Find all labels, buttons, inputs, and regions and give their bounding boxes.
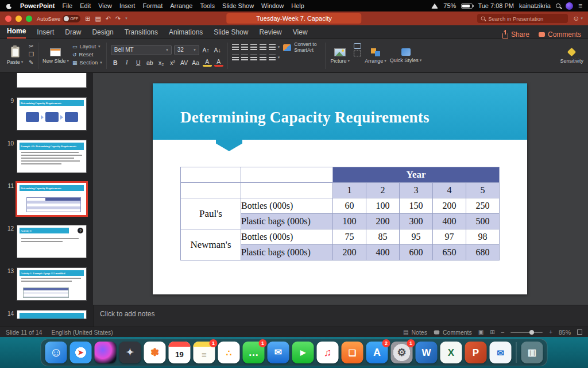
zoom-in-button[interactable]: +	[549, 329, 552, 335]
justify-icon[interactable]	[260, 55, 266, 60]
menu-window[interactable]: Window	[261, 2, 284, 9]
menu-insert[interactable]: Insert	[119, 2, 136, 9]
battery-icon[interactable]	[461, 3, 473, 9]
slide-8-thumbnail[interactable]	[17, 73, 87, 88]
font-name-select[interactable]: Bell MT ▾	[111, 45, 172, 55]
comments-toggle-button[interactable]: Comments	[434, 329, 472, 336]
notification-center-icon[interactable]: ≡	[578, 2, 582, 10]
tab-draw[interactable]: Draw	[65, 28, 81, 39]
slide-title[interactable]: Determining Capacity Requirements	[180, 109, 430, 126]
dock-books-icon[interactable]: ❏	[342, 342, 363, 363]
slide-10-thumbnail[interactable]: Example 4.1: Determining Capacity Requir…	[17, 140, 87, 173]
menu-arrange[interactable]: Arrange	[170, 2, 192, 9]
new-slide-button[interactable]: New Slide▾	[42, 42, 69, 70]
quick-access-grid-icon[interactable]: ⊞	[85, 15, 90, 22]
align-center-icon[interactable]	[241, 55, 248, 60]
dock-mail-icon[interactable]: ✉	[268, 342, 289, 363]
dock-facetime-icon[interactable]: ▶	[292, 342, 314, 363]
slide-9-thumbnail[interactable]: Determining Capacity Requirements	[17, 97, 87, 131]
dock-app-store-icon[interactable]: A2	[366, 342, 388, 363]
dock-music-icon[interactable]: ♫	[317, 342, 339, 363]
tab-view[interactable]: View	[293, 28, 308, 39]
bullets-icon[interactable]	[232, 44, 239, 50]
undo-icon[interactable]: ↶	[106, 15, 111, 22]
change-case-button[interactable]: Aa	[191, 58, 200, 67]
dock-outlook-icon[interactable]: ✉	[490, 342, 512, 363]
highlight-color-button[interactable]: A	[203, 59, 212, 67]
decrease-indent-icon[interactable]	[250, 44, 257, 50]
dock-calendar-icon[interactable]: 19	[169, 342, 191, 363]
minimize-window-button[interactable]	[16, 16, 22, 22]
tab-slideshow[interactable]: Slide Show	[214, 28, 248, 39]
subscript-button[interactable]: x₂	[157, 58, 166, 67]
slide-13-thumbnail[interactable]: Activity 3- Example 4 page 112 modified	[17, 267, 87, 301]
slide-sorter-view-button[interactable]: ⊞	[490, 329, 494, 335]
text-box-icon[interactable]	[354, 51, 361, 56]
apple-menu-icon[interactable]	[6, 2, 13, 10]
tab-home[interactable]: Home	[7, 27, 26, 39]
search-in-presentation-field[interactable]: Search in Presentation	[477, 14, 568, 23]
paste-button[interactable]: Paste▾	[5, 42, 25, 70]
font-color-button[interactable]: A	[214, 59, 223, 67]
menu-edit[interactable]: Edit	[80, 2, 91, 9]
layout-button[interactable]: ▭ Layout ▾	[72, 43, 102, 49]
autosave-toggle[interactable]: OFF	[63, 15, 80, 22]
dock-reminders-icon[interactable]: ∴	[218, 342, 240, 363]
language-indicator[interactable]: English (United States)	[51, 329, 113, 336]
text-direction-icon[interactable]	[269, 55, 276, 60]
dock-messages-icon[interactable]: …1	[243, 342, 265, 363]
dock-launchpad-icon[interactable]: ✦	[119, 342, 141, 363]
arrange-button[interactable]: Arrange▾	[365, 42, 386, 70]
spotlight-search-icon[interactable]	[556, 3, 560, 8]
tab-transitions[interactable]: Transitions	[125, 28, 158, 39]
line-spacing-icon[interactable]	[269, 44, 276, 50]
section-button[interactable]: ▦ Section ▾	[72, 59, 102, 66]
menubar-clock[interactable]: Tue 7:08 PM	[478, 2, 514, 9]
dock-finder-icon[interactable]: ☺	[45, 342, 67, 363]
format-painter-icon[interactable]: ✎	[29, 59, 34, 66]
menu-format[interactable]: Format	[142, 2, 163, 9]
menu-view[interactable]: View	[98, 2, 112, 9]
tab-review[interactable]: Review	[259, 28, 281, 39]
close-window-button[interactable]	[5, 16, 11, 22]
save-icon[interactable]: ▤	[95, 15, 100, 22]
comments-button[interactable]: Comments	[539, 30, 581, 39]
copy-icon[interactable]: ❐	[29, 51, 34, 57]
increase-indent-icon[interactable]	[260, 44, 266, 50]
dock-system-preferences-icon[interactable]: ⚙1	[391, 342, 413, 363]
dock-powerpoint-icon[interactable]: P	[465, 342, 487, 363]
wifi-icon[interactable]	[431, 3, 438, 9]
capacity-table[interactable]: Year 1 2 3 4 5 Paul's Bottles (000s) 60 …	[180, 167, 500, 260]
convert-to-smartart-button[interactable]: Convert to SmartArt	[283, 42, 321, 53]
share-button[interactable]: Share	[502, 30, 529, 39]
picture-button[interactable]: Picture▾	[330, 42, 350, 70]
slide-12-thumbnail[interactable]: Activity 3 ?	[17, 225, 87, 258]
tab-design[interactable]: Design	[92, 28, 113, 39]
current-slide[interactable]: Determining Capacity Requirements Year 1…	[153, 83, 527, 294]
dock-word-icon[interactable]: W	[416, 342, 438, 363]
zoom-slider[interactable]	[510, 332, 543, 333]
menu-tools[interactable]: Tools	[200, 2, 215, 9]
slide-14-thumbnail[interactable]	[17, 310, 87, 319]
notes-pane[interactable]: Click to add notes	[93, 305, 588, 327]
cut-icon[interactable]: ✂	[29, 43, 34, 49]
menu-slideshow[interactable]: Slide Show	[222, 2, 254, 9]
reset-button[interactable]: ↺ Reset	[72, 51, 102, 57]
kerning-button[interactable]: AV	[180, 58, 189, 67]
bold-button[interactable]: B	[111, 58, 120, 67]
chevron-down-icon[interactable]: ▾	[125, 16, 127, 21]
menu-powerpoint[interactable]: PowerPoint	[20, 2, 55, 9]
decrease-font-size-button[interactable]: A↓	[213, 45, 222, 55]
menubar-username[interactable]: kainatzikria	[519, 2, 551, 9]
strikethrough-button[interactable]: ab	[145, 58, 154, 67]
superscript-button[interactable]: x²	[168, 58, 177, 67]
redo-icon[interactable]: ↷	[115, 15, 121, 22]
increase-font-size-button[interactable]: A↑	[202, 45, 211, 55]
zoom-window-button[interactable]	[26, 16, 32, 22]
italic-button[interactable]: I	[122, 58, 131, 67]
zoom-out-button[interactable]: –	[501, 329, 505, 335]
align-left-icon[interactable]	[232, 55, 239, 60]
dock-siri-icon[interactable]	[95, 342, 117, 363]
fit-to-window-button[interactable]	[577, 329, 582, 335]
dock-excel-icon[interactable]: X	[440, 342, 462, 363]
